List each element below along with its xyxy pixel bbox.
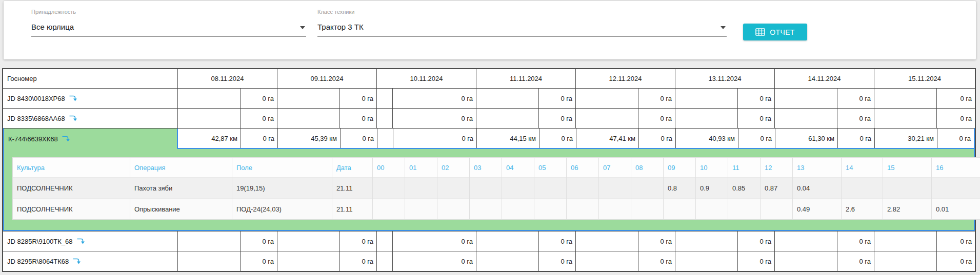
area-value-cell: 0 га [737,231,774,251]
vehicle-row: JD 8335\6868АА680 га0 га0 га0 га0 га0 га… [3,108,975,128]
hour-value-cell [761,199,793,220]
km-value-cell [675,251,737,271]
area-value-cell: 0 га [339,89,376,108]
subtable-hour-header: 07 [599,158,631,178]
date-header: 11.11.2024 [476,69,575,88]
km-value-cell [476,109,538,128]
km-value-cell [277,89,339,108]
expand-row-icon[interactable] [76,237,85,245]
vehicle-name: JD 8335\6868АА68 [7,115,65,122]
area-value-cell: 0 га [837,109,874,128]
hour-value-cell [631,178,664,199]
vehicle-name-cell[interactable]: JD 8295R\8064ТК68 [3,251,177,271]
vehicle-class-select[interactable]: Класс техники Трактор 3 ТК [317,1,727,59]
hour-value-cell [437,199,470,220]
hour-value-cell [932,178,980,199]
field-cell: 19(19,15) [232,178,332,199]
subtable-hour-header: 00 [373,158,405,178]
expand-row-icon[interactable] [62,135,70,143]
hour-value-cell [842,178,883,199]
area-value-cell: 0 га [638,109,675,128]
vehicle-name-cell[interactable]: JD 8430\0018ХР68 [3,89,177,108]
area-value-cell: 0 га [240,231,277,251]
date-cell: 21.11 [332,199,373,220]
km-value-cell [774,109,837,128]
date-header: 15.11.2024 [874,69,975,88]
area-value-cell: 0 га [638,129,675,148]
subtable-hour-header: 14 [842,158,883,178]
km-value-cell [377,129,393,148]
chevron-down-icon[interactable] [300,26,305,29]
vehicle-row: JD 8430\0018ХР680 га0 га0 га0 га0 га0 га… [3,88,975,108]
area-value-cell: 0 га [392,109,476,128]
km-value-cell: 40,93 км [675,129,738,148]
subtable-column-header: Культура [13,158,130,178]
area-value-cell: 0 га [738,129,775,148]
area-value-cell: 0 га [240,251,277,271]
area-value-cell: 0 га [936,231,975,251]
area-value-cell: 0 га [339,251,376,271]
area-value-cell: 0 га [392,251,476,271]
km-value-cell [177,89,240,108]
area-value-cell: 0 га [339,109,376,128]
km-value-cell [874,251,936,271]
km-value-cell [774,251,837,271]
area-value-cell: 0 га [339,231,376,251]
vehicle-name-cell[interactable]: К-744\6639ХК68 [4,129,177,149]
km-value-cell [376,109,392,128]
expand-row-icon[interactable] [69,114,77,122]
report-button[interactable]: ОТЧЕТ [743,24,807,40]
date-header: 12.11.2024 [575,69,675,88]
area-value-cell: 0 га [393,129,476,148]
expand-row-icon[interactable] [69,94,77,102]
km-value-cell [476,251,538,271]
subtable-hour-header: 08 [631,158,664,178]
km-value-cell [376,251,392,271]
hour-value-cell [534,178,567,199]
ownership-select[interactable]: Принадлежность Все юрлица [31,1,306,59]
area-value-cell: 0 га [638,231,675,251]
hour-value-cell [502,178,534,199]
hour-value-cell [437,178,470,199]
table-header-row: Госномер08.11.202409.11.202410.11.202411… [3,69,975,88]
subtable-hour-header: 13 [793,158,842,178]
hour-value-cell: 0.8 [664,178,696,199]
subtable-header-row: КультураОперацияПолеДата0001020304050607… [13,158,980,178]
hour-value-cell [470,178,502,199]
vehicle-class-value[interactable]: Трактор 3 ТК [317,23,364,31]
vehicle-name-cell[interactable]: JD 8335\6868АА68 [3,109,177,128]
hour-value-cell [631,199,664,220]
subtable-hour-header: 02 [437,158,470,178]
km-value-cell [476,231,538,251]
operation-row: ПОДСОЛНЕЧНИКПахота зяби19(19,15)21.110.8… [13,178,980,199]
area-value-cell: 0 га [638,251,675,271]
chevron-down-icon[interactable] [721,26,726,29]
hour-value-cell [373,199,405,220]
hour-value-cell [534,199,567,220]
area-value-cell: 0 га [837,89,874,108]
subtable-column-header: Операция [130,158,232,178]
operation-row: ПОДСОЛНЕЧНИКОпрыскиваниеПОД-24(24,03)21.… [13,199,980,220]
area-value-cell: 0 га [240,109,277,128]
vehicle-name-cell[interactable]: JD 8285R\9100ТК_68 [3,231,177,251]
km-value-cell [476,89,538,108]
hour-value-cell: 0.49 [793,199,842,220]
field-underline [317,36,727,37]
km-value-cell: 61,30 км [775,129,837,148]
area-value-cell: 0 га [340,129,377,148]
report-button-label: ОТЧЕТ [770,28,795,36]
hour-value-cell [470,199,502,220]
area-value-cell: 0 га [936,109,975,128]
subtable-hour-header: 03 [470,158,502,178]
vehicle-row: JD 8285R\9100ТК_680 га0 га0 га0 га0 га0 … [3,231,975,251]
area-value-cell: 0 га [538,251,575,271]
km-value-cell [177,251,240,271]
ownership-value[interactable]: Все юрлица [31,23,74,31]
expand-row-icon[interactable] [72,257,81,265]
subtable-hour-header: 01 [405,158,437,178]
area-value-cell: 0 га [241,129,277,148]
date-cell: 21.11 [332,178,373,199]
vehicle-name: JD 8285R\9100ТК_68 [7,238,73,245]
km-value-cell [874,231,936,251]
date-header: 14.11.2024 [774,69,874,88]
